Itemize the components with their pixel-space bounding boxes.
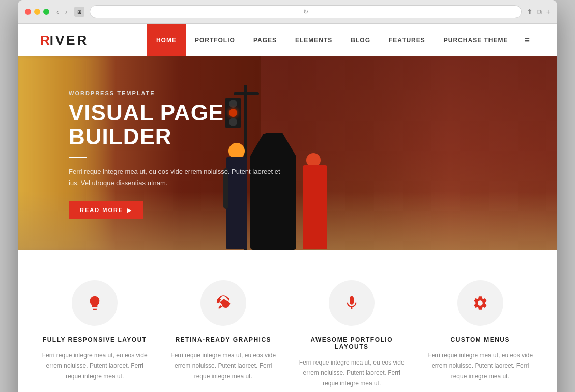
nav-home[interactable]: HOME [147,24,186,56]
feature-2-text: Ferri reque integre mea ut, eu eos vide … [167,350,280,381]
browser-action-buttons: ⬆ ⧉ + [527,8,550,16]
bulb-icon [87,295,103,311]
hero-content: WORDPRESS TEMPLATE VISUAL PAGE BUILDER F… [69,90,282,219]
logo-r-letter: Я [38,33,50,48]
gear-icon [472,295,488,311]
feature-1-text: Ferri reque integre mea ut, eu eos vide … [38,350,152,381]
share-button[interactable]: ⬆ [527,8,533,16]
tab-icon: ⊞ [74,7,84,17]
hero-divider [69,157,87,158]
hero-body-text: Ferri reque integre mea ut, eu eos vide … [69,166,282,189]
hero-title: VISUAL PAGE BUILDER [69,101,282,148]
nav-features[interactable]: FEATURES [380,24,435,56]
tabs-button[interactable]: ⧉ [537,8,542,16]
nav-purchase[interactable]: PURCHASE THEME [435,24,518,56]
browser-traffic-lights [25,9,49,15]
refresh-icon: ↻ [303,8,308,15]
main-nav: HOME PORTFOLIO PAGES ELEMENTS BLOG FEATU… [147,24,537,56]
maximize-dot[interactable] [43,9,49,15]
hero-cta-arrow: ▶ [127,207,132,213]
feature-2-title: RETINA-READY GRAPHICS [175,336,271,343]
feature-3-icon-wrap [329,280,375,326]
minimize-dot[interactable] [34,9,40,15]
feature-3-title: AWESOME PORTFOLIO LAYOUTS [295,336,409,350]
hero-cta-label: READ MORE [80,207,123,213]
close-dot[interactable] [25,9,31,15]
nav-elements[interactable]: ELEMENTS [286,24,341,56]
back-button[interactable]: ‹ [54,7,61,17]
website-content: Я IVER HOME PORTFOLIO PAGES ELEMENTS BLO… [18,24,557,392]
site-logo[interactable]: Я IVER [38,33,89,48]
feature-1-title: FULLY RESPONSIVE LAYOUT [43,336,147,343]
feature-4-title: CUSTOM MENUS [451,336,510,343]
nav-blog[interactable]: BLOG [341,24,380,56]
feature-2-icon-wrap [200,280,246,326]
new-tab-button[interactable]: + [546,8,550,16]
logo-rest: IVER [50,33,89,48]
feature-4-text: Ferri reque integre mea ut, eu eos vide … [424,350,537,381]
features-section: FULLY RESPONSIVE LAYOUT Ferri reque inte… [18,250,557,392]
mic-icon [343,295,360,311]
nav-portfolio[interactable]: PORTFOLIO [186,24,244,56]
hamburger-menu[interactable]: ≡ [517,24,537,56]
char-3-body [303,165,327,249]
browser-nav-buttons: ‹ › [54,7,69,17]
nav-pages[interactable]: PAGES [244,24,286,56]
site-header: Я IVER HOME PORTFOLIO PAGES ELEMENTS BLO… [18,24,557,56]
feature-4-icon-wrap [457,280,503,326]
feature-1-icon-wrap [72,280,118,326]
browser-toolbar: ‹ › ⊞ ↻ ⬆ ⧉ + [18,0,557,24]
feature-3-text: Ferri reque integre mea ut, eu eos vide … [295,357,409,388]
address-bar[interactable]: ↻ [90,5,521,18]
feature-retina: RETINA-READY GRAPHICS Ferri reque integr… [167,280,280,388]
feature-menus: CUSTOM MENUS Ferri reque integre mea ut,… [424,280,537,388]
rocket-icon [215,295,232,311]
feature-portfolio: AWESOME PORTFOLIO LAYOUTS Ferri reque in… [295,280,409,388]
feature-responsive: FULLY RESPONSIVE LAYOUT Ferri reque inte… [38,280,152,388]
forward-button[interactable]: › [63,7,70,17]
hero-cta-button[interactable]: READ MORE ▶ [69,201,143,219]
hero-section: WORDPRESS TEMPLATE VISUAL PAGE BUILDER F… [18,56,557,250]
hero-subtitle: WORDPRESS TEMPLATE [69,90,282,96]
browser-window: ‹ › ⊞ ↻ ⬆ ⧉ + Я IVER HOME PORTFOLIO PAGE… [18,0,557,392]
char-3 [300,153,331,250]
